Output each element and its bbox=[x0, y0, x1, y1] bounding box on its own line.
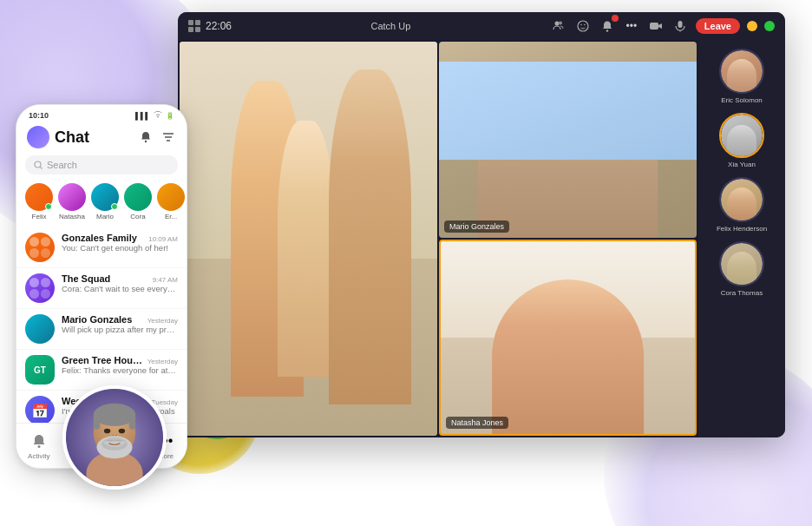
video-feed-family bbox=[180, 42, 437, 436]
chat-item-gonzales-family[interactable]: Gonzales Family 10:09 AM You: Can't get … bbox=[16, 227, 187, 268]
chat-avatar-gonzales bbox=[25, 233, 55, 262]
avatar-item-natasha[interactable]: Natasha bbox=[58, 183, 86, 220]
svg-point-26 bbox=[119, 429, 125, 434]
avatar-item-mario[interactable]: Mario bbox=[91, 183, 119, 220]
svg-rect-24 bbox=[129, 415, 135, 430]
signal-icon: ▌▌▌ bbox=[135, 112, 150, 120]
chat-item-squad[interactable]: The Squad 9:47 AM Cora: Can't wait to se… bbox=[16, 268, 187, 309]
participant-name-eric: Eric Solomon bbox=[721, 96, 763, 104]
avatar-er bbox=[157, 183, 185, 211]
avatar-row: Felix Natasha Mario Cora Er... bbox=[16, 180, 187, 227]
filter-icon[interactable] bbox=[160, 129, 176, 145]
maximize-button[interactable] bbox=[764, 21, 775, 31]
more-icon[interactable]: ••• bbox=[623, 17, 640, 35]
participant-name-cora: Cora Thomas bbox=[721, 289, 763, 297]
svg-point-5 bbox=[606, 30, 608, 31]
avatar-natasha bbox=[58, 183, 86, 211]
chat-avatar-pta: GT bbox=[25, 355, 55, 385]
minimize-button[interactable] bbox=[747, 21, 757, 31]
svg-rect-23 bbox=[94, 415, 100, 430]
svg-point-0 bbox=[554, 22, 559, 26]
svg-point-9 bbox=[145, 141, 147, 142]
natasha-label: Natasha Jones bbox=[446, 417, 508, 429]
participant-avatar-eric bbox=[719, 49, 764, 94]
avatar-label-felix: Felix bbox=[32, 213, 47, 220]
participant-eric: Eric Solomon bbox=[719, 49, 764, 104]
grid-icon bbox=[188, 20, 200, 32]
wifi-icon bbox=[153, 110, 163, 121]
chat-time-mario: Yesterday bbox=[147, 317, 178, 325]
chat-item-mario[interactable]: Mario Gonzales Yesterday Will pick up pi… bbox=[16, 309, 187, 350]
svg-line-14 bbox=[41, 168, 43, 169]
video-cell-mario: Mario Gonzales bbox=[439, 42, 697, 238]
chat-avatar-squad bbox=[25, 273, 55, 303]
participant-name-felix: Felix Henderson bbox=[717, 225, 767, 233]
online-dot-mario bbox=[111, 203, 118, 210]
svg-rect-6 bbox=[650, 23, 658, 30]
notification-bell-icon[interactable] bbox=[138, 129, 154, 145]
sidebar-panel: Eric Solomon Xia Yuan Felix Hender bbox=[698, 40, 785, 437]
window-title: Catch Up bbox=[370, 21, 410, 31]
chat-item-pta[interactable]: GT Green Tree House PTA Yesterday Felix:… bbox=[16, 350, 187, 391]
nav-activity[interactable]: Activity bbox=[28, 431, 49, 460]
avatar-item-felix[interactable]: Felix bbox=[25, 183, 53, 220]
search-placeholder: Search bbox=[47, 160, 77, 170]
time-display: 22:06 bbox=[206, 20, 232, 32]
video-area: Mario Gonzales Natasha Jones bbox=[178, 40, 785, 437]
svg-point-1 bbox=[559, 22, 562, 25]
battery-icon: 🔋 bbox=[166, 112, 174, 120]
phone-search[interactable]: Search bbox=[25, 155, 178, 174]
mic-icon[interactable] bbox=[671, 17, 689, 35]
people-icon[interactable] bbox=[550, 17, 567, 35]
activity-nav-icon bbox=[29, 431, 49, 450]
chat-content-gonzales: Gonzales Family 10:09 AM You: Can't get … bbox=[62, 233, 178, 253]
chat-time-pta: Yesterday bbox=[147, 358, 178, 365]
chat-content-mario: Mario Gonzales Yesterday Will pick up pi… bbox=[62, 314, 178, 334]
phone-status-bar: 10:10 ▌▌▌ 🔋 bbox=[16, 105, 187, 122]
avatar-item-er[interactable]: Er... bbox=[157, 183, 185, 220]
search-icon bbox=[34, 161, 43, 169]
phone-title-row: Chat bbox=[27, 126, 89, 148]
svg-point-2 bbox=[578, 21, 588, 31]
titlebar-right: ••• Leave bbox=[550, 17, 775, 35]
notification-icon[interactable] bbox=[599, 17, 616, 35]
chat-avatar-mario bbox=[25, 314, 55, 344]
leave-button[interactable]: Leave bbox=[696, 18, 740, 34]
svg-point-13 bbox=[35, 161, 41, 168]
titlebar-left: 22:06 bbox=[188, 20, 232, 32]
chat-content-pta: Green Tree House PTA Yesterday Felix: Th… bbox=[62, 355, 178, 375]
video-feed-mario bbox=[439, 42, 697, 238]
participant-avatar-cora bbox=[719, 241, 764, 286]
participant-xia: Xia Yuan bbox=[719, 113, 764, 168]
svg-point-25 bbox=[104, 429, 110, 434]
online-dot bbox=[45, 203, 52, 210]
video-feed-natasha bbox=[441, 241, 695, 434]
mario-label: Mario Gonzales bbox=[444, 220, 509, 233]
phone-header: Chat bbox=[16, 122, 187, 154]
video-cell-natasha: Natasha Jones bbox=[439, 240, 697, 436]
avatar-label-cora: Cora bbox=[130, 213, 145, 220]
phone-time: 10:10 bbox=[29, 111, 49, 120]
avatar-label-mario: Mario bbox=[96, 213, 114, 220]
chat-preview-mario: Will pick up pizza after my practice. bbox=[62, 325, 178, 334]
chat-preview-gonzales: You: Can't get enough of her! bbox=[62, 243, 178, 253]
chat-name-pta: Green Tree House PTA bbox=[62, 355, 147, 365]
activity-nav-label: Activity bbox=[28, 452, 49, 460]
emoji-icon[interactable] bbox=[574, 17, 592, 35]
video-grid: Mario Gonzales Natasha Jones bbox=[178, 40, 698, 437]
desktop-window: 22:06 Catch Up bbox=[178, 12, 785, 437]
chat-avatar-jog: 📅 bbox=[25, 396, 55, 425]
phone-user-avatar bbox=[27, 126, 49, 148]
window-titlebar: 22:06 Catch Up bbox=[178, 12, 785, 40]
chat-content-squad: The Squad 9:47 AM Cora: Can't wait to se… bbox=[62, 273, 178, 293]
svg-point-3 bbox=[580, 24, 582, 26]
avatar-label-er: Er... bbox=[165, 213, 177, 220]
avatar-mario bbox=[91, 183, 119, 211]
video-cell-main bbox=[180, 42, 437, 436]
chat-name-squad: The Squad bbox=[62, 273, 110, 284]
camera-icon[interactable] bbox=[647, 17, 665, 35]
participant-cora: Cora Thomas bbox=[719, 241, 764, 297]
svg-rect-7 bbox=[678, 21, 682, 28]
phone-header-icons bbox=[138, 129, 176, 145]
avatar-item-cora[interactable]: Cora bbox=[124, 183, 152, 220]
